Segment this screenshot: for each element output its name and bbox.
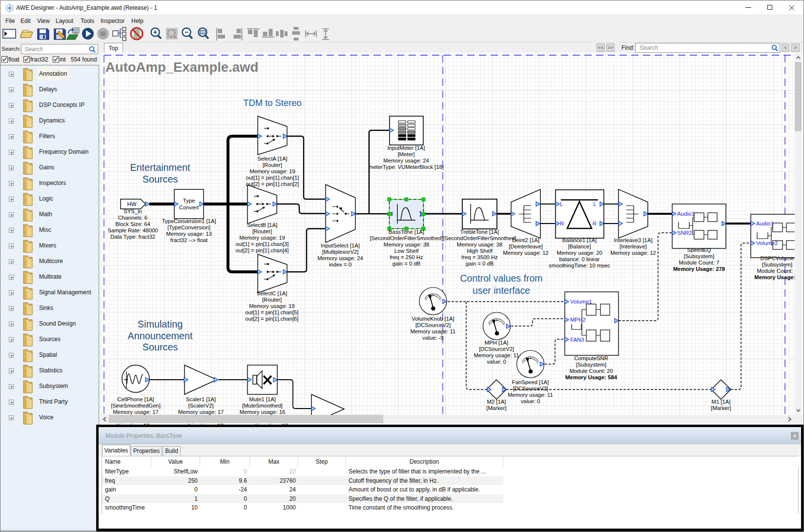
svg-text:Memory usage: 19: Memory usage: 19: [239, 235, 285, 241]
svg-text:Memory usage: 12: Memory usage: 12: [503, 250, 549, 256]
svg-text:[TypeConversion]: [TypeConversion]: [167, 225, 210, 230]
svg-text:meterType: VUMeterBlock [18]: meterType: VUMeterBlock [18]: [369, 164, 444, 170]
svg-text:Module Count: 20: Module Count: 20: [569, 368, 613, 374]
svg-text:DSPCVolume: DSPCVolume: [760, 255, 794, 261]
svg-text:[Meter]: [Meter]: [397, 151, 414, 157]
svg-text:[Deinterleave]: [Deinterleave]: [509, 244, 543, 249]
svg-text:Interleave3 [1A]: Interleave3 [1A]: [614, 237, 652, 243]
svg-text:Memory usage: 24: Memory usage: 24: [317, 255, 363, 261]
svg-text:SYS_in: SYS_in: [124, 208, 142, 214]
svg-text:gain = 0 dB: gain = 0 dB: [466, 261, 494, 266]
svg-text:value: 0: value: 0: [521, 398, 540, 404]
svg-text:Memory usage: 20: Memory usage: 20: [557, 250, 602, 256]
svg-text:ComputeSNR: ComputeSNR: [574, 355, 608, 361]
svg-text:Entertainment: Entertainment: [130, 162, 190, 173]
svg-text:Memory usage: 38: Memory usage: 38: [384, 242, 430, 247]
svg-text:Data Type: fract32: Data Type: fract32: [110, 234, 155, 240]
svg-text:[MuteSmoothed]: [MuteSmoothed]: [242, 403, 283, 409]
svg-text:Memory Usage: 584: Memory Usage: 584: [565, 374, 618, 380]
svg-text:Audio1: Audio1: [677, 211, 695, 217]
svg-text:Memory usage: 17: Memory usage: 17: [178, 409, 224, 415]
svg-text:R: R: [560, 221, 564, 226]
svg-text:Deint2 [1A]: Deint2 [1A]: [512, 237, 539, 243]
svg-text:BassTone [1A]: BassTone [1A]: [389, 229, 424, 235]
svg-text:Simulating: Simulating: [138, 319, 183, 329]
svg-text:Memory usage: 11: Memory usage: 11: [508, 392, 553, 398]
svg-text:FanSpeed [1A]: FanSpeed [1A]: [512, 379, 549, 385]
svg-text:Memory usage: 11: Memory usage: 11: [411, 328, 456, 334]
svg-text:[Router]: [Router]: [263, 162, 282, 168]
svg-text:SelectA [1A]: SelectA [1A]: [257, 156, 288, 162]
svg-text:VolumeKnob [1A]: VolumeKnob [1A]: [412, 316, 454, 322]
svg-text:smoothingTime: 10 msec: smoothingTime: 10 msec: [549, 263, 610, 268]
svg-text:[SecondOrderFilterSmoothed]: [SecondOrderFilterSmoothed]: [443, 235, 516, 241]
svg-text:[DCSourceV2]: [DCSourceV2]: [513, 386, 548, 391]
svg-text:[Router]: [Router]: [262, 297, 282, 303]
svg-text:Channels: 6: Channels: 6: [118, 215, 147, 221]
svg-text:[Interleave]: [Interleave]: [619, 244, 647, 249]
svg-text:HW: HW: [127, 201, 136, 207]
svg-text:index = 0: index = 0: [329, 262, 351, 267]
svg-text:Convert: Convert: [179, 205, 199, 210]
svg-text:Memory Usage: 278: Memory Usage: 278: [673, 266, 725, 272]
svg-text:InputMeter [1A]: InputMeter [1A]: [387, 145, 425, 151]
svg-text:Sources: Sources: [143, 174, 178, 184]
svg-text:value: 0: value: 0: [487, 359, 506, 365]
svg-text:TDM to Stereo: TDM to Stereo: [243, 98, 302, 108]
svg-text:out[1] = pin[1].chan[5]: out[1] = pin[1].chan[5]: [246, 309, 299, 315]
svg-text:TypeConversion1 [1A]: TypeConversion1 [1A]: [162, 218, 216, 224]
svg-text:out[1] = pin[1].chan[3]: out[1] = pin[1].chan[3]: [236, 241, 289, 247]
svg-text:Module Count: 7: Module Count: 7: [679, 260, 720, 266]
svg-text:Memory usage: 24: Memory usage: 24: [383, 158, 429, 164]
svg-text:TrebleTone [1A]: TrebleTone [1A]: [460, 229, 499, 235]
svg-text:Sample Rate: 48000: Sample Rate: 48000: [108, 227, 158, 233]
svg-text:[Subsystem]: [Subsystem]: [576, 362, 606, 368]
svg-text:Memory usage: 13: Memory usage: 13: [166, 231, 212, 237]
svg-text:High Shelf: High Shelf: [467, 248, 493, 254]
svg-text:FAN3: FAN3: [570, 337, 584, 343]
svg-text:user interface: user interface: [473, 285, 530, 296]
svg-text:MPH [1A]: MPH [1A]: [485, 340, 508, 346]
svg-text:Memory usage: 38: Memory usage: 38: [457, 242, 503, 247]
svg-text:fract32 --> float: fract32 --> float: [170, 237, 208, 243]
svg-text:InputSelect [1A]: InputSelect [1A]: [321, 243, 360, 248]
svg-text:Memory usage: 16: Memory usage: 16: [240, 409, 286, 415]
svg-text:Memory usage: 11: Memory usage: 11: [474, 352, 519, 358]
svg-text:out[1] = pin[1].chan[1]: out[1] = pin[1].chan[1]: [246, 175, 299, 181]
svg-text:Sources: Sources: [143, 342, 178, 352]
svg-text:MPH2: MPH2: [570, 317, 586, 323]
svg-text:Module Count: 5: Module Count: 5: [757, 268, 795, 274]
svg-text:SelectC [1A]: SelectC [1A]: [257, 290, 288, 296]
svg-text:[DCSourceV2]: [DCSourceV2]: [479, 346, 514, 352]
svg-text:[DCSourceV2]: [DCSourceV2]: [415, 322, 451, 328]
svg-text:Memory usage: 19: Memory usage: 19: [249, 303, 295, 309]
svg-text:SelectB [1A]: SelectB [1A]: [247, 222, 277, 228]
svg-text:[Subsystem]: [Subsystem]: [684, 253, 714, 259]
svg-text:Audio1: Audio1: [756, 221, 774, 226]
svg-text:Control values from: Control values from: [460, 273, 542, 284]
svg-text:gain = 0 dB: gain = 0 dB: [392, 261, 420, 266]
svg-text:Type: Type: [183, 198, 195, 204]
svg-text:out[2] = pin[1].chan[2]: out[2] = pin[1].chan[2]: [246, 181, 299, 187]
svg-text:[Balance]: [Balance]: [568, 244, 591, 249]
svg-text:[Router]: [Router]: [252, 228, 272, 234]
svg-text:SpeedEQ: SpeedEQ: [687, 247, 711, 253]
svg-text:freq = 3500 Hz: freq = 3500 Hz: [461, 254, 498, 260]
svg-text:[Marker]: [Marker]: [486, 405, 506, 411]
svg-text:M1 [1A]: M1 [1A]: [712, 399, 731, 405]
svg-text:[Subsystem]: [Subsystem]: [762, 262, 792, 267]
svg-text:Low Shelf: Low Shelf: [394, 248, 419, 254]
svg-text:balance: 0 linear: balance: 0 linear: [559, 256, 600, 262]
svg-text:Memory usage: 12: Memory usage: 12: [610, 250, 656, 256]
svg-text:[MultiplexorV2]: [MultiplexorV2]: [322, 249, 359, 255]
svg-text:[SecondOrderFilterSmoothed]: [SecondOrderFilterSmoothed]: [370, 235, 443, 241]
svg-text:[SineSmoothedGen]: [SineSmoothedGen]: [111, 403, 161, 409]
svg-text:Memory usage: 19: Memory usage: 19: [249, 168, 295, 174]
svg-text:AutoAmp_Example.awd: AutoAmp_Example.awd: [105, 60, 258, 75]
svg-text:Memory Usage: 5: Memory Usage: 5: [754, 274, 795, 280]
svg-text:out[2] = pin[1].chan[4]: out[2] = pin[1].chan[4]: [236, 247, 289, 253]
svg-text:value: -9: value: -9: [422, 335, 443, 341]
svg-text:Memory usage: 17: Memory usage: 17: [113, 409, 159, 415]
svg-text:Announcement: Announcement: [127, 330, 193, 341]
svg-text:SNR2: SNR2: [677, 230, 692, 236]
